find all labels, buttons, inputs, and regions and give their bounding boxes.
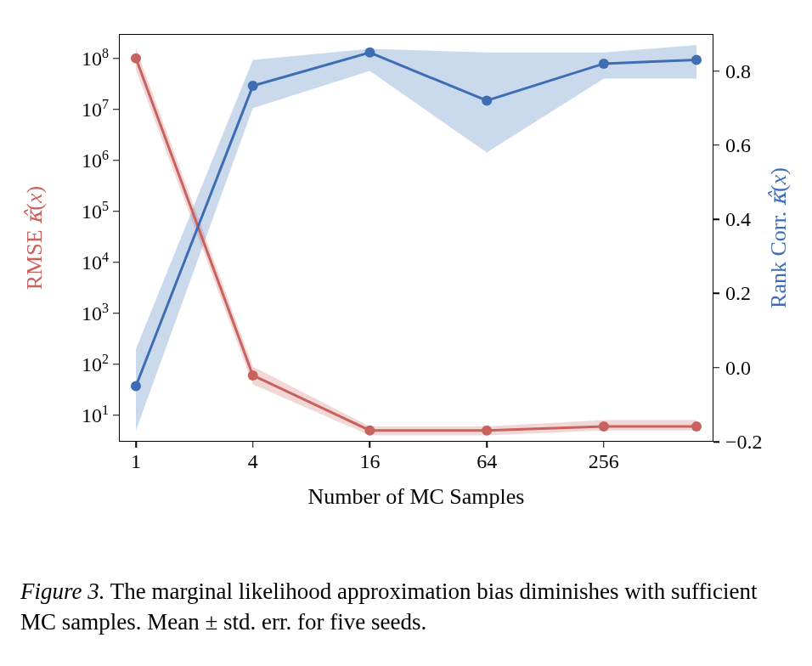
rank-corr-point [482,96,492,106]
rmse-point [131,54,141,64]
y-right-tick-mark [713,293,719,295]
y-left-tick-label: 103 [82,302,109,325]
y-left-tick-mark [113,415,119,416]
x-tick-mark [252,442,254,448]
y-left-tick-mark [113,313,119,314]
x-tick-label: 256 [589,450,619,473]
y-right-tick-label: 0.8 [725,59,751,82]
rmse-point [691,421,702,432]
y-left-tick-mark [113,109,119,110]
rank-corr-point [364,48,375,58]
rank-corr-point [131,381,141,392]
rank-corr-points [131,48,702,392]
y-left-tick-mark [113,211,119,212]
figure-container: RMSE κ̂(x) Rank Corr. κ̂(x) Number of MC… [0,0,812,666]
rank-corr-line [136,53,696,387]
y-right-tick-mark [713,441,719,443]
lines-layer [119,34,713,442]
y-axis-right-label: Rank Corr. κ̂(x) [765,167,792,308]
y-right-tick-mark [713,367,719,369]
x-tick-label: 4 [248,450,258,473]
y-right-tick-label: 0.2 [725,282,751,305]
x-tick-mark [603,442,605,448]
y-right-tick-mark [713,218,719,220]
y-axis-left-label-prefix: RMSE [22,224,47,290]
plot-area: 141664256 101102103104105106107108 −0.20… [119,34,713,442]
y-left-tick-label: 102 [82,353,109,375]
x-tick-mark [486,442,488,448]
y-right-tick-label: 0.4 [725,208,751,231]
rmse-point [482,426,492,436]
y-left-tick-label: 105 [82,200,109,223]
y-right-tick-label: −0.2 [725,431,763,454]
y-left-tick-label: 108 [82,47,109,70]
y-left-tick-mark [113,160,119,161]
kappa-hat-left: κ̂ [22,211,47,224]
rmse-line [136,59,696,431]
y-right-tick-label: 0.0 [725,356,751,379]
rank-corr-point [691,55,702,65]
y-axis-right-label-prefix: Rank Corr. [766,206,791,308]
x-tick-mark [135,442,137,448]
y-left-tick-label: 104 [82,251,109,274]
rmse-points [131,54,702,436]
y-left-tick-label: 101 [82,404,109,426]
chart: RMSE κ̂(x) Rank Corr. κ̂(x) Number of MC… [0,0,812,527]
x-tick-mark [369,442,371,448]
figure-caption: Figure 3. The marginal likelihood approx… [20,576,792,638]
y-left-tick-label: 106 [82,149,109,172]
figure-number: Figure 3. [20,579,104,604]
rmse-point [364,426,375,436]
x-axis-label: Number of MC Samples [308,484,525,510]
y-left-tick-mark [113,58,119,59]
y-left-tick-mark [113,364,119,365]
y-axis-left-label: RMSE κ̂(x) [21,186,48,290]
x-tick-label: 1 [131,450,141,473]
x-tick-label: 64 [476,450,497,473]
y-left-tick-label: 107 [82,98,109,121]
rank-corr-point [599,59,609,69]
y-right-tick-mark [713,71,719,72]
x-tick-label: 16 [359,450,380,473]
y-right-tick-mark [713,144,719,146]
rmse-point [248,370,258,381]
y-left-tick-mark [113,262,119,263]
figure-caption-text: The marginal likelihood approximation bi… [20,579,757,635]
kappa-hat-right: κ̂ [766,192,791,206]
y-right-tick-label: 0.6 [725,133,751,156]
rank-corr-point [248,81,258,91]
rmse-point [599,421,609,432]
